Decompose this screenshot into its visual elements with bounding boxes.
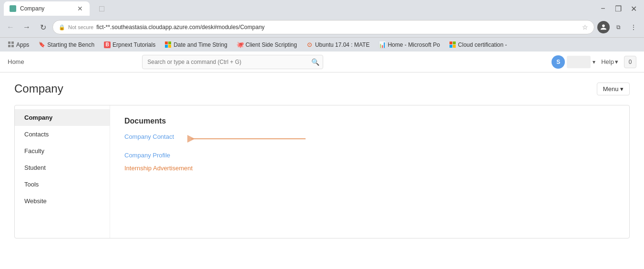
help-dropdown-icon: ▾ (615, 58, 618, 65)
user-dropdown-icon[interactable]: ▾ (593, 59, 595, 65)
url-bar[interactable]: 🔒 Not secure fict-**.southeastasia.cloud… (52, 20, 594, 34)
window-controls: − ❐ ✕ (596, 2, 640, 15)
arrow-annotation (186, 133, 315, 145)
sidebar: Company Contacts Faculty Student Tools W… (15, 105, 110, 238)
menu-button[interactable]: Menu ▾ (597, 83, 630, 95)
bookmark-star-icon[interactable]: ☆ (582, 23, 588, 31)
sidebar-item-tools[interactable]: Tools (15, 176, 110, 193)
bookmark-icon: 🔖 (39, 41, 45, 48)
github-icon: 🐙 (237, 41, 244, 48)
minimize-button[interactable]: − (596, 2, 610, 15)
page-header: Company Menu ▾ (14, 82, 630, 95)
company-contact-row: Company Contact (124, 133, 615, 146)
sidebar-item-student[interactable]: Student (15, 159, 110, 176)
page-content: Home 🔍 S ▾ Help ▾ 0 (0, 52, 644, 269)
documents-section-title: Documents (124, 117, 615, 125)
new-tab-icon: □ (99, 4, 104, 14)
tab-close-button[interactable]: ✕ (76, 5, 84, 12)
user-section[interactable]: S ▾ (552, 55, 595, 69)
forward-button[interactable]: → (20, 21, 33, 34)
profile-circle[interactable] (597, 21, 610, 33)
bookmark-erpnext[interactable]: B Erpnext Tutorials (100, 39, 159, 51)
inactive-tab[interactable]: □ (93, 1, 110, 16)
bookmarks-bar: Apps 🔖 Starting the Bench B Erpnext Tuto… (0, 37, 644, 52)
ms-grid-icon (165, 41, 172, 48)
bookmark-starting-bench[interactable]: 🔖 Starting the Bench (35, 39, 98, 51)
security-icon: 🔒 (59, 24, 65, 31)
search-icon: 🔍 (311, 58, 319, 66)
sidebar-item-website[interactable]: Website (15, 193, 110, 209)
bookmark-apps[interactable]: Apps (4, 39, 33, 51)
svg-rect-0 (8, 41, 10, 44)
help-button[interactable]: Help ▾ (601, 58, 618, 65)
bookmark-client-scripting[interactable]: 🐙 Client Side Scripting (233, 39, 301, 51)
tab-title: Company (20, 5, 44, 12)
svg-rect-3 (11, 45, 14, 47)
sidebar-item-company[interactable]: Company (15, 109, 110, 126)
home-nav-link[interactable]: Home (8, 58, 24, 65)
not-secure-label: Not secure (68, 24, 93, 30)
bookmark-ubuntu[interactable]: ⊙ Ubuntu 17.04 : MATE (303, 39, 374, 51)
sidebar-item-faculty[interactable]: Faculty (15, 143, 110, 159)
url-text: fict-**.southeastasia.cloudapp.azure.com… (96, 24, 579, 31)
bookmark-datetime-label: Date and Time String (174, 41, 227, 48)
restore-button[interactable]: ❐ (612, 2, 625, 15)
back-button[interactable]: ← (4, 21, 17, 34)
ms-grid2-icon (450, 41, 456, 48)
bookmark-apps-label: Apps (16, 41, 29, 48)
content-layout: Company Contacts Faculty Student Tools W… (14, 105, 630, 238)
notification-button[interactable]: 0 (624, 56, 636, 68)
tab-favicon (10, 5, 16, 12)
app-navbar: Home 🔍 S ▾ Help ▾ 0 (0, 52, 644, 72)
browser-actions: ⧉ ⋮ (597, 21, 640, 34)
user-avatar: S (552, 55, 565, 69)
user-name-placeholder (567, 56, 591, 68)
svg-rect-1 (11, 41, 14, 44)
bookmark-cloud-cert[interactable]: Cloud certification - (446, 39, 511, 51)
search-bar[interactable]: 🔍 (142, 55, 323, 69)
bookmark-datetime[interactable]: Date and Time String (161, 39, 231, 51)
active-tab[interactable]: Company ✕ (4, 1, 90, 16)
doc-panel: Documents Company Contact (110, 105, 629, 238)
svg-rect-2 (8, 45, 10, 47)
apps-grid-icon (8, 41, 14, 48)
main-wrapper: Company Menu ▾ Company Contacts Faculty … (0, 72, 644, 248)
bookmark-ms-home-label: Home - Microsoft Po (388, 41, 440, 48)
page-title: Company (14, 82, 63, 95)
erpnext-icon: B (104, 41, 111, 48)
internship-ad-link[interactable]: Internship Advertisement (124, 165, 615, 172)
bookmark-erpnext-label: Erpnext Tutorials (112, 41, 155, 48)
chrome-menu-button[interactable]: ⋮ (627, 21, 640, 34)
company-profile-link[interactable]: Company Profile (124, 152, 615, 159)
ubuntu-icon: ⊙ (307, 41, 313, 48)
bookmark-starting-bench-label: Starting the Bench (47, 41, 94, 48)
reload-button[interactable]: ↻ (36, 21, 50, 34)
search-input[interactable] (142, 55, 323, 69)
sidebar-item-contacts[interactable]: Contacts (15, 126, 110, 143)
bookmark-ubuntu-label: Ubuntu 17.04 : MATE (315, 41, 370, 48)
excel-chart-icon: 📊 (379, 41, 386, 48)
company-contact-link[interactable]: Company Contact (124, 133, 174, 140)
bookmark-cloud-cert-label: Cloud certification - (458, 41, 507, 48)
bookmark-ms-home[interactable]: 📊 Home - Microsoft Po (375, 39, 443, 51)
bookmark-client-scripting-label: Client Side Scripting (245, 41, 297, 48)
extensions-button[interactable]: ⧉ (612, 21, 625, 34)
address-bar: ← → ↻ 🔒 Not secure fict-**.southeastasia… (0, 17, 644, 37)
close-button[interactable]: ✕ (627, 2, 640, 15)
navbar-right: S ▾ Help ▾ 0 (552, 55, 636, 69)
